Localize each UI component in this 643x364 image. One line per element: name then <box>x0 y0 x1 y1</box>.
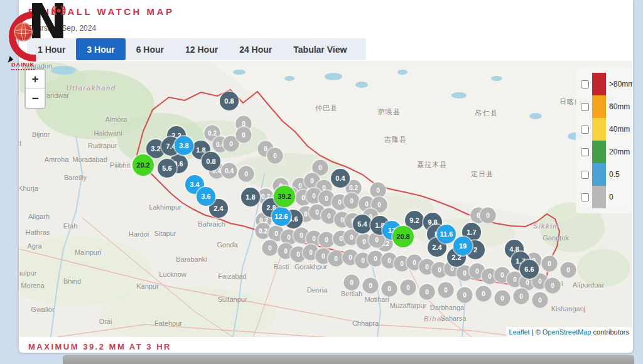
map-label: 聂拉木县 <box>417 160 447 169</box>
legend-swatch <box>592 186 606 208</box>
rain-marker[interactable]: 0 <box>480 208 496 223</box>
legend-swatch <box>592 95 606 118</box>
rain-marker[interactable]: 0 <box>344 193 360 209</box>
legend-checkbox[interactable] <box>581 171 589 179</box>
rain-marker[interactable]: 0 <box>363 278 379 294</box>
legend-checkbox[interactable] <box>581 193 589 201</box>
rain-marker[interactable]: 0 <box>495 291 511 306</box>
maximum-rainfall-text: MAXIMUM 39.2 MM AT 3 HR <box>28 342 171 351</box>
map-label: Agra <box>27 242 41 250</box>
map-label: Muzaffarpur <box>390 302 427 309</box>
rain-marker[interactable]: 5.4 <box>353 215 372 233</box>
rain-marker[interactable]: 0 <box>438 282 454 298</box>
map-label: Barabanki <box>176 255 207 263</box>
rain-marker[interactable]: 0 <box>319 232 335 248</box>
legend-row: 60mm <box>580 95 632 118</box>
bottom-section-edge <box>63 355 634 364</box>
legend-label: 0 <box>609 193 613 201</box>
attribution-copyright: © <box>536 328 541 336</box>
leaflet-link[interactable]: Leaflet <box>509 328 530 336</box>
rain-marker[interactable]: 0 <box>328 251 344 267</box>
map-label: Motihari <box>364 296 389 303</box>
rain-marker[interactable]: 0 <box>267 148 283 164</box>
map-label: Uttarakhand <box>66 84 116 92</box>
rain-marker[interactable]: 0 <box>370 183 386 198</box>
tab-6-hour[interactable]: 6 Hour <box>126 38 175 60</box>
map-label: Bhind <box>63 277 81 285</box>
rain-marker[interactable]: 0.4 <box>331 169 350 188</box>
tab-bar: 1 Hour3 Hour6 Hour12 Hour24 HourTabular … <box>27 38 366 60</box>
rain-marker[interactable]: 1.8 <box>241 188 260 206</box>
rain-marker[interactable]: 0 <box>545 278 561 294</box>
tab-24-hour[interactable]: 24 Hour <box>229 38 283 60</box>
rain-marker[interactable]: 0.8 <box>220 92 239 110</box>
rain-marker[interactable]: 0 <box>382 281 397 297</box>
rain-marker[interactable]: 12.6 <box>272 207 291 226</box>
rain-marker[interactable]: 0 <box>532 292 548 308</box>
map-label: Lucknow <box>159 270 186 278</box>
rain-marker[interactable]: 11.6 <box>437 225 456 244</box>
map-label: 昂仁县 <box>475 109 498 118</box>
map-label: Bettiah <box>341 290 362 297</box>
legend-checkbox[interactable] <box>581 103 589 111</box>
map-attribution: Leaflet | © OpenStreetMap contributors <box>506 327 632 337</box>
legend-row: 0.5 <box>580 163 632 186</box>
rain-marker[interactable]: 0 <box>476 286 492 302</box>
legend-swatch <box>592 163 606 186</box>
map-label: Dhaulpur <box>19 269 36 277</box>
rain-marker[interactable]: 0 <box>239 166 254 182</box>
rain-marker[interactable]: 0 <box>542 256 558 272</box>
rain-marker[interactable]: 20.8 <box>392 226 414 247</box>
map-label: Gwalior <box>31 306 54 313</box>
rain-marker[interactable]: 39.2 <box>274 186 295 207</box>
tab-3-hour[interactable]: 3 Hour <box>76 38 125 60</box>
zoom-out-button[interactable]: − <box>26 89 45 108</box>
map-label: Rudrapur <box>88 142 117 149</box>
rain-marker[interactable]: 3.8 <box>175 136 193 155</box>
globe-icon <box>14 23 33 41</box>
openstreetmap-link[interactable]: OpenStreetMap <box>543 328 592 336</box>
rain-marker[interactable]: 20.2 <box>132 154 154 176</box>
map-label: Fatehpur <box>154 319 182 327</box>
rain-marker[interactable]: 0.8 <box>202 152 220 171</box>
legend-label: >80mm <box>609 80 632 88</box>
rain-marker[interactable]: 0 <box>262 240 278 256</box>
rain-marker[interactable]: 0 <box>514 289 529 304</box>
rain-marker[interactable]: 0 <box>457 287 473 303</box>
map-label: Moradabad <box>72 156 107 163</box>
rain-marker[interactable]: 19 <box>453 237 472 255</box>
map-label: Faizabad <box>218 272 246 280</box>
map-label: 仲巴县 <box>315 104 338 113</box>
rain-marker[interactable]: 3.6 <box>197 187 215 206</box>
legend-swatch <box>592 118 606 141</box>
rain-marker[interactable]: 0 <box>344 275 360 291</box>
map-label: Alipurduar <box>573 281 604 289</box>
legend-swatch <box>592 73 606 95</box>
legend-checkbox[interactable] <box>581 148 589 156</box>
map-label: Amroha <box>45 156 69 163</box>
leaflet-map[interactable]: DehradunHaridwarUttarakhandMuzaffarnagar… <box>19 61 632 337</box>
rain-marker[interactable]: 5.6 <box>158 159 176 178</box>
rain-marker[interactable]: 6.6 <box>520 260 539 279</box>
map-label: 定日县 <box>471 169 494 179</box>
legend-checkbox[interactable] <box>581 80 589 88</box>
map-label: 吉隆县 <box>384 135 407 144</box>
tab-12-hour[interactable]: 12 Hour <box>175 38 229 60</box>
rain-marker[interactable]: 0.4 <box>222 163 237 179</box>
legend-label: 40mm <box>609 125 630 134</box>
legend-checkbox[interactable] <box>581 126 589 134</box>
map-label: Lakhimpur <box>149 203 181 211</box>
rain-marker[interactable]: 0 <box>236 127 252 143</box>
attribution-suffix: contributors <box>593 328 629 336</box>
map-label: Sikkim <box>533 222 560 230</box>
rain-marker[interactable]: 0 <box>401 280 416 296</box>
legend-row: >80mm <box>580 73 632 95</box>
rain-marker[interactable]: 0 <box>561 262 576 278</box>
map-label: Saharsa <box>441 314 467 322</box>
broadcast-icon: ((●)) <box>51 5 65 15</box>
map-label: Gonda <box>217 241 237 249</box>
map-label: Aligarh <box>28 213 50 220</box>
rain-marker[interactable]: 0 <box>419 284 435 300</box>
map-label: Sultanpur <box>217 296 247 303</box>
tab-tabular-view[interactable]: Tabular View <box>283 38 357 60</box>
